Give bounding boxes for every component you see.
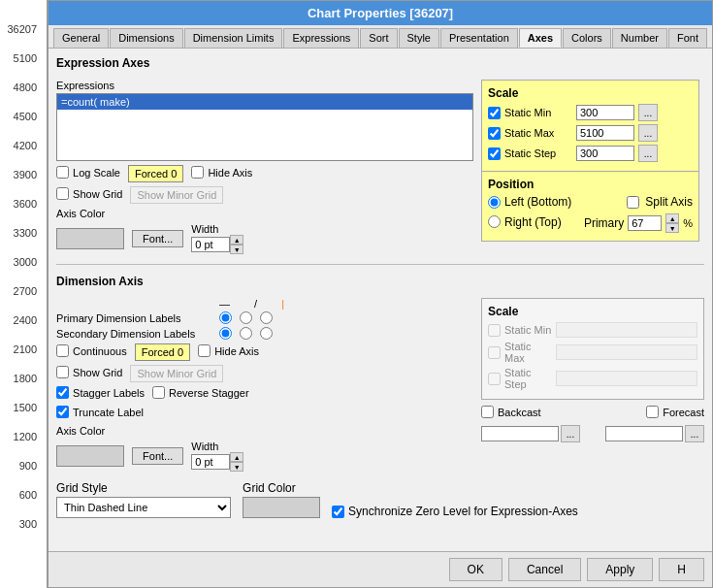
static-max-label: Static Max xyxy=(504,127,572,139)
dim-show-minor-grid-btn[interactable]: Show Minor Grid xyxy=(130,365,223,382)
tab-style[interactable]: Style xyxy=(399,28,439,48)
expression-axes-title: Expression Axes xyxy=(56,56,704,70)
dim-static-max-checkbox[interactable] xyxy=(488,346,501,359)
forecast-input[interactable] xyxy=(605,426,683,441)
width-input-row-expr: ▲ ▼ xyxy=(191,235,243,254)
stagger-labels-label: Stagger Labels xyxy=(73,387,145,399)
static-min-btn[interactable]: ... xyxy=(638,104,658,121)
log-scale-row: Log Scale xyxy=(56,166,120,179)
expression-item[interactable]: =count( make) xyxy=(57,94,472,110)
backcast-input[interactable] xyxy=(481,426,559,441)
secondary-dim-radio-1[interactable] xyxy=(219,327,232,340)
dialog-title: Chart Properties [36207] xyxy=(49,1,712,25)
width-input-dim[interactable] xyxy=(191,454,230,470)
width-input-expr[interactable] xyxy=(191,237,230,252)
width-up-expr[interactable]: ▲ xyxy=(230,235,243,245)
grid-color-group: Grid Color xyxy=(243,481,320,518)
show-minor-grid-button[interactable]: Show Minor Grid xyxy=(130,186,223,204)
primary-input[interactable] xyxy=(628,215,662,231)
secondary-dim-radio-3[interactable] xyxy=(260,327,273,340)
dim-forced-button[interactable]: Forced 0 xyxy=(135,343,190,361)
tab-axes[interactable]: Axes xyxy=(519,28,562,48)
dim-hide-axis-checkbox[interactable] xyxy=(198,344,211,357)
static-max-input[interactable] xyxy=(576,125,634,141)
axis-color-box-expr[interactable] xyxy=(56,228,124,249)
primary-dim-radio-2[interactable] xyxy=(240,311,252,324)
static-min-checkbox[interactable] xyxy=(488,107,501,119)
tab-number[interactable]: Number xyxy=(612,28,667,48)
tab-expressions[interactable]: Expressions xyxy=(283,28,359,48)
backcast-btn[interactable]: ... xyxy=(561,425,580,442)
tab-dimensions[interactable]: Dimensions xyxy=(110,28,182,48)
dim-static-max-input xyxy=(556,344,697,360)
font-button-dim[interactable]: Font... xyxy=(132,447,183,465)
scale-panel: Scale Static Min ... Static Max ... xyxy=(481,80,699,172)
hide-axis-checkbox[interactable] xyxy=(191,166,204,179)
forecast-btn[interactable]: ... xyxy=(685,425,704,442)
right-top-radio[interactable] xyxy=(488,215,501,228)
width-label-dim: Width xyxy=(191,441,243,452)
grid-style-select[interactable]: Thin Dashed Line No Lines Thin Solid Lin… xyxy=(56,497,231,518)
split-axis-checkbox[interactable] xyxy=(627,196,639,209)
stagger-labels-checkbox[interactable] xyxy=(56,386,69,399)
primary-dim-radio-1[interactable] xyxy=(219,311,232,324)
static-max-btn[interactable]: ... xyxy=(638,124,658,142)
reverse-stagger-checkbox[interactable] xyxy=(152,386,165,399)
width-spinner-dim: ▲ ▼ xyxy=(230,452,243,472)
forced-button[interactable]: Forced 0 xyxy=(128,165,183,182)
cancel-button[interactable]: Cancel xyxy=(508,558,581,581)
static-step-btn[interactable]: ... xyxy=(638,145,658,162)
primary-dim-radio-3[interactable] xyxy=(260,311,273,324)
continuous-checkbox[interactable] xyxy=(56,344,69,357)
truncate-label-checkbox[interactable] xyxy=(56,406,69,418)
backcast-input-row: ... ... xyxy=(481,425,704,442)
tab-dimension-limits[interactable]: Dimension Limits xyxy=(184,28,283,48)
dim-static-step-checkbox[interactable] xyxy=(488,373,501,385)
expressions-list[interactable]: =count( make) xyxy=(56,93,473,161)
width-down-expr[interactable]: ▼ xyxy=(230,245,243,254)
tab-sort[interactable]: Sort xyxy=(360,28,397,48)
dim-show-grid-checkbox[interactable] xyxy=(56,366,69,378)
left-bottom-label: Left (Bottom) xyxy=(504,195,571,209)
reverse-stagger-label: Reverse Stagger xyxy=(169,387,249,399)
backcast-checkbox[interactable] xyxy=(481,406,494,418)
static-max-checkbox[interactable] xyxy=(488,127,501,140)
dim-show-grid-label: Show Grid xyxy=(73,367,122,378)
tab-colors[interactable]: Colors xyxy=(563,28,611,48)
tab-font[interactable]: Font xyxy=(668,28,707,48)
dialog-body: Expression Axes Expressions =count( make… xyxy=(49,49,712,551)
axis-color-label-dim: Axis Color xyxy=(56,425,473,437)
font-button-expr[interactable]: Font... xyxy=(132,230,183,247)
static-step-checkbox[interactable] xyxy=(488,147,501,160)
forecast-checkbox[interactable] xyxy=(646,406,659,418)
help-button[interactable]: H xyxy=(659,558,704,581)
dim-static-min-checkbox[interactable] xyxy=(488,324,501,337)
apply-button[interactable]: Apply xyxy=(587,558,653,581)
left-bottom-radio[interactable] xyxy=(488,196,501,209)
log-scale-checkbox[interactable] xyxy=(56,166,69,179)
dim-scale-step-row: Static Step xyxy=(488,367,697,390)
expressions-panel: Expressions =count( make) Log Scale Forc… xyxy=(56,80,473,254)
grid-color-box[interactable] xyxy=(243,497,320,518)
sync-checkbox[interactable] xyxy=(332,506,344,518)
y-tick-7: 3300 xyxy=(0,218,37,247)
axis-color-label-expr: Axis Color xyxy=(56,208,473,219)
scale-step-row: Static Step ... xyxy=(488,145,693,162)
width-down-dim[interactable]: ▼ xyxy=(230,462,243,472)
primary-up[interactable]: ▲ xyxy=(665,213,679,223)
dim-static-max-label: Static Max xyxy=(504,341,552,364)
tab-presentation[interactable]: Presentation xyxy=(440,28,518,48)
expression-axes-row: Expressions =count( make) Log Scale Forc… xyxy=(56,80,704,254)
y-tick-16: 600 xyxy=(0,480,37,509)
y-tick-2: 4800 xyxy=(0,73,37,102)
static-step-input[interactable] xyxy=(576,146,634,161)
tab-general[interactable]: General xyxy=(53,28,109,48)
ok-button[interactable]: OK xyxy=(449,558,502,581)
primary-down[interactable]: ▼ xyxy=(665,223,679,233)
chart-properties-dialog: Chart Properties [36207] General Dimensi… xyxy=(48,0,713,588)
secondary-dim-radio-2[interactable] xyxy=(240,327,252,340)
static-min-input[interactable] xyxy=(576,105,634,120)
width-up-dim[interactable]: ▲ xyxy=(230,452,243,462)
axis-color-box-dim[interactable] xyxy=(56,445,124,467)
show-grid-checkbox[interactable] xyxy=(56,187,69,200)
